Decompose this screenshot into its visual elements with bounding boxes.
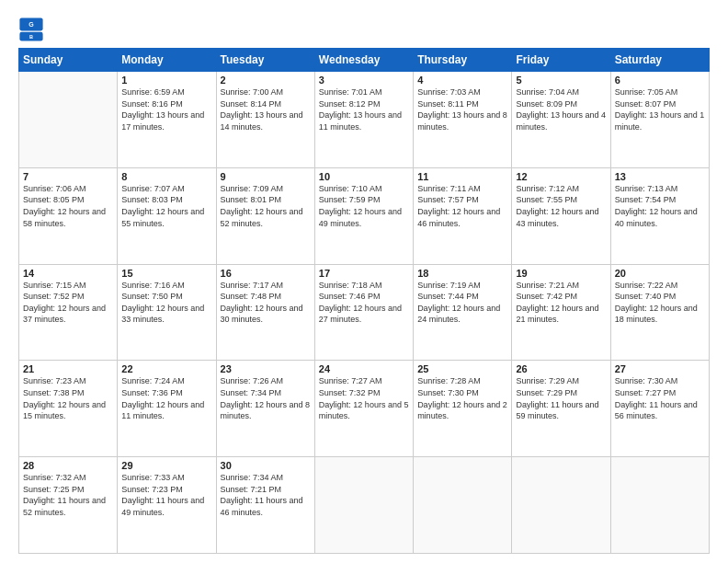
weekday-header-wednesday: Wednesday	[314, 49, 413, 72]
calendar-cell: 7Sunrise: 7:06 AM Sunset: 8:05 PM Daylig…	[19, 167, 118, 264]
day-info: Sunrise: 7:03 AM Sunset: 8:11 PM Dayligh…	[417, 86, 507, 132]
day-info: Sunrise: 7:23 AM Sunset: 7:38 PM Dayligh…	[23, 375, 113, 421]
day-number: 27	[615, 363, 705, 374]
week-row-3: 14Sunrise: 7:15 AM Sunset: 7:52 PM Dayli…	[19, 264, 710, 361]
calendar-cell: 26Sunrise: 7:29 AM Sunset: 7:29 PM Dayli…	[512, 361, 610, 457]
weekday-header-monday: Monday	[118, 49, 216, 72]
weekday-header-tuesday: Tuesday	[216, 49, 314, 72]
calendar-cell: 10Sunrise: 7:10 AM Sunset: 7:59 PM Dayli…	[314, 167, 413, 264]
calendar-cell: 21Sunrise: 7:23 AM Sunset: 7:38 PM Dayli…	[19, 361, 118, 457]
day-number: 8	[121, 171, 211, 182]
logo: G B	[18, 17, 46, 42]
day-info: Sunrise: 7:29 AM Sunset: 7:29 PM Dayligh…	[516, 375, 606, 421]
day-info: Sunrise: 7:33 AM Sunset: 7:23 PM Dayligh…	[121, 472, 211, 518]
calendar-cell	[414, 457, 512, 554]
calendar-cell: 24Sunrise: 7:27 AM Sunset: 7:32 PM Dayli…	[314, 361, 413, 457]
week-row-4: 21Sunrise: 7:23 AM Sunset: 7:38 PM Dayli…	[19, 361, 710, 457]
weekday-header-friday: Friday	[512, 49, 610, 72]
calendar-cell: 9Sunrise: 7:09 AM Sunset: 8:01 PM Daylig…	[216, 167, 314, 264]
day-number: 22	[121, 363, 211, 374]
day-info: Sunrise: 7:21 AM Sunset: 7:42 PM Dayligh…	[516, 280, 606, 326]
day-number: 20	[615, 268, 705, 279]
calendar-cell: 28Sunrise: 7:32 AM Sunset: 7:25 PM Dayli…	[19, 457, 118, 554]
calendar-cell: 6Sunrise: 7:05 AM Sunset: 8:07 PM Daylig…	[610, 72, 709, 168]
day-number: 19	[516, 268, 606, 279]
day-number: 1	[121, 75, 211, 86]
day-number: 10	[319, 171, 409, 182]
day-info: Sunrise: 7:11 AM Sunset: 7:57 PM Dayligh…	[417, 183, 507, 229]
day-number: 18	[417, 268, 507, 279]
calendar-cell: 23Sunrise: 7:26 AM Sunset: 7:34 PM Dayli…	[216, 361, 314, 457]
day-number: 4	[417, 75, 507, 86]
calendar-cell: 8Sunrise: 7:07 AM Sunset: 8:03 PM Daylig…	[118, 167, 216, 264]
day-info: Sunrise: 7:13 AM Sunset: 7:54 PM Dayligh…	[615, 183, 705, 229]
weekday-header-thursday: Thursday	[414, 49, 512, 72]
day-number: 16	[221, 268, 311, 279]
day-number: 13	[615, 171, 705, 182]
weekday-header-sunday: Sunday	[19, 49, 118, 72]
weekday-header-saturday: Saturday	[610, 49, 709, 72]
day-info: Sunrise: 7:04 AM Sunset: 8:09 PM Dayligh…	[516, 86, 606, 132]
day-info: Sunrise: 7:06 AM Sunset: 8:05 PM Dayligh…	[23, 183, 113, 229]
week-row-5: 28Sunrise: 7:32 AM Sunset: 7:25 PM Dayli…	[19, 457, 710, 554]
calendar-cell: 4Sunrise: 7:03 AM Sunset: 8:11 PM Daylig…	[414, 72, 512, 168]
day-info: Sunrise: 7:28 AM Sunset: 7:30 PM Dayligh…	[417, 375, 507, 421]
calendar-cell: 22Sunrise: 7:24 AM Sunset: 7:36 PM Dayli…	[118, 361, 216, 457]
day-info: Sunrise: 7:05 AM Sunset: 8:07 PM Dayligh…	[615, 86, 705, 132]
day-number: 24	[319, 363, 409, 374]
day-number: 28	[23, 460, 113, 471]
calendar-cell: 13Sunrise: 7:13 AM Sunset: 7:54 PM Dayli…	[610, 167, 709, 264]
calendar-cell	[610, 457, 709, 554]
day-number: 2	[221, 75, 311, 86]
day-number: 30	[221, 460, 311, 471]
weekday-header-row: SundayMondayTuesdayWednesdayThursdayFrid…	[19, 49, 710, 72]
calendar-cell: 16Sunrise: 7:17 AM Sunset: 7:48 PM Dayli…	[216, 264, 314, 361]
day-info: Sunrise: 7:12 AM Sunset: 7:55 PM Dayligh…	[516, 183, 606, 229]
calendar-cell	[512, 457, 610, 554]
calendar-cell: 11Sunrise: 7:11 AM Sunset: 7:57 PM Dayli…	[414, 167, 512, 264]
day-number: 9	[221, 171, 311, 182]
day-number: 21	[23, 363, 113, 374]
day-number: 25	[417, 363, 507, 374]
calendar-cell: 12Sunrise: 7:12 AM Sunset: 7:55 PM Dayli…	[512, 167, 610, 264]
svg-text:G: G	[28, 21, 34, 28]
svg-text:B: B	[29, 34, 33, 40]
day-info: Sunrise: 7:15 AM Sunset: 7:52 PM Dayligh…	[23, 280, 113, 326]
day-number: 7	[23, 171, 113, 182]
calendar-cell: 25Sunrise: 7:28 AM Sunset: 7:30 PM Dayli…	[414, 361, 512, 457]
day-info: Sunrise: 7:19 AM Sunset: 7:44 PM Dayligh…	[417, 280, 507, 326]
calendar-cell: 15Sunrise: 7:16 AM Sunset: 7:50 PM Dayli…	[118, 264, 216, 361]
day-number: 11	[417, 171, 507, 182]
day-number: 15	[121, 268, 211, 279]
logo-icon: G B	[18, 17, 44, 42]
day-info: Sunrise: 7:26 AM Sunset: 7:34 PM Dayligh…	[221, 375, 311, 421]
calendar-cell: 5Sunrise: 7:04 AM Sunset: 8:09 PM Daylig…	[512, 72, 610, 168]
day-info: Sunrise: 7:18 AM Sunset: 7:46 PM Dayligh…	[319, 280, 409, 326]
calendar-cell: 20Sunrise: 7:22 AM Sunset: 7:40 PM Dayli…	[610, 264, 709, 361]
calendar-cell: 1Sunrise: 6:59 AM Sunset: 8:16 PM Daylig…	[118, 72, 216, 168]
calendar-cell: 27Sunrise: 7:30 AM Sunset: 7:27 PM Dayli…	[610, 361, 709, 457]
day-info: Sunrise: 7:07 AM Sunset: 8:03 PM Dayligh…	[121, 183, 211, 229]
day-number: 14	[23, 268, 113, 279]
day-info: Sunrise: 7:22 AM Sunset: 7:40 PM Dayligh…	[615, 280, 705, 326]
calendar-cell: 2Sunrise: 7:00 AM Sunset: 8:14 PM Daylig…	[216, 72, 314, 168]
day-number: 26	[516, 363, 606, 374]
day-info: Sunrise: 7:00 AM Sunset: 8:14 PM Dayligh…	[221, 86, 311, 132]
day-number: 17	[319, 268, 409, 279]
calendar-cell: 17Sunrise: 7:18 AM Sunset: 7:46 PM Dayli…	[314, 264, 413, 361]
day-info: Sunrise: 7:30 AM Sunset: 7:27 PM Dayligh…	[615, 375, 705, 421]
calendar-cell: 3Sunrise: 7:01 AM Sunset: 8:12 PM Daylig…	[314, 72, 413, 168]
calendar-cell: 19Sunrise: 7:21 AM Sunset: 7:42 PM Dayli…	[512, 264, 610, 361]
week-row-2: 7Sunrise: 7:06 AM Sunset: 8:05 PM Daylig…	[19, 167, 710, 264]
calendar-cell: 29Sunrise: 7:33 AM Sunset: 7:23 PM Dayli…	[118, 457, 216, 554]
day-number: 5	[516, 75, 606, 86]
day-info: Sunrise: 7:17 AM Sunset: 7:48 PM Dayligh…	[221, 280, 311, 326]
calendar-cell: 30Sunrise: 7:34 AM Sunset: 7:21 PM Dayli…	[216, 457, 314, 554]
day-number: 12	[516, 171, 606, 182]
day-info: Sunrise: 7:34 AM Sunset: 7:21 PM Dayligh…	[221, 472, 311, 518]
day-number: 6	[615, 75, 705, 86]
day-info: Sunrise: 7:09 AM Sunset: 8:01 PM Dayligh…	[221, 183, 311, 229]
day-info: Sunrise: 7:16 AM Sunset: 7:50 PM Dayligh…	[121, 280, 211, 326]
calendar-cell: 18Sunrise: 7:19 AM Sunset: 7:44 PM Dayli…	[414, 264, 512, 361]
calendar-cell: 14Sunrise: 7:15 AM Sunset: 7:52 PM Dayli…	[19, 264, 118, 361]
